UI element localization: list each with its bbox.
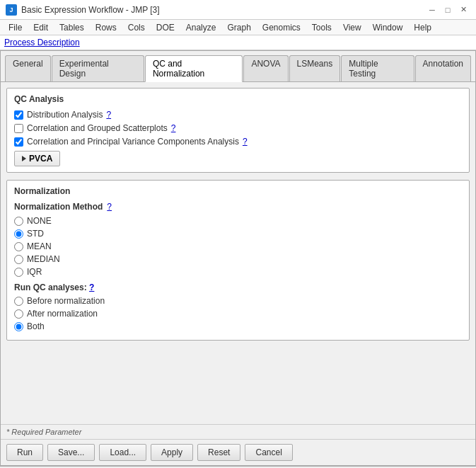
normalization-section: Normalization Normalization Method ? NON… [6,180,470,341]
tabs-bar: General Experimental Design QC and Norma… [1,51,475,82]
norm-none-row: NONE [14,216,462,226]
norm-median-label: MEDIAN [27,254,60,264]
maximize-button[interactable]: □ [441,4,455,16]
menu-bar: File Edit Tables Rows Cols DOE Analyze G… [0,20,476,35]
tab-anova[interactable]: ANOVA [243,55,288,81]
required-parameter-bar: * Required Parameter [1,424,475,439]
correlation-grouped-help[interactable]: ? [171,123,176,133]
minimize-button[interactable]: ─ [425,4,439,16]
menu-genomics[interactable]: Genomics [257,21,306,34]
after-normalization-label: After normalization [27,309,98,319]
window-title: Basic Expression Workflow - JMP [3] [21,5,160,15]
norm-mean-label: MEAN [27,241,52,251]
norm-std-radio[interactable] [14,229,23,239]
correlation-pvca-row: Correlation and Principal Variance Compo… [14,137,462,147]
both-label: Both [27,321,45,331]
reset-button[interactable]: Reset [197,444,240,461]
norm-iqr-row: IQR [14,267,462,277]
correlation-grouped-row: Correlation and Grouped Scatterplots ? [14,123,462,133]
norm-std-row: STD [14,229,462,239]
app-icon: J [6,4,17,16]
qc-analysis-section: QC Analysis Distribution Analysis ? Corr… [6,88,470,173]
norm-std-label: STD [27,229,44,239]
norm-none-label: NONE [27,216,52,226]
tab-multiple-testing[interactable]: Multiple Testing [341,55,414,81]
menu-edit[interactable]: Edit [28,21,54,34]
distribution-analysis-help[interactable]: ? [106,110,111,120]
main-window: General Experimental Design QC and Norma… [0,50,476,466]
norm-iqr-radio[interactable] [14,268,23,277]
norm-iqr-label: IQR [27,267,42,277]
run-qc-label: Run QC analyses: [14,282,87,292]
before-normalization-label: Before normalization [27,296,105,306]
button-bar: Run Save... Load... Apply Reset Cancel [1,439,475,465]
norm-median-row: MEDIAN [14,254,462,264]
tab-experimental-design[interactable]: Experimental Design [52,55,144,81]
menu-analyze[interactable]: Analyze [180,21,222,34]
load-button[interactable]: Load... [99,444,146,461]
after-norm-row: After normalization [14,309,462,319]
pvca-triangle-icon [22,156,26,161]
tab-annotation[interactable]: Annotation [415,55,471,81]
process-description-link[interactable]: Process Description [4,38,80,47]
correlation-pvca-checkbox[interactable] [14,137,23,147]
tab-general[interactable]: General [5,55,51,81]
normalization-method-label: Normalization Method [14,202,103,212]
run-button[interactable]: Run [6,444,43,461]
pvca-button[interactable]: PVCA [14,151,60,166]
normalization-method-row: Normalization Method ? [14,202,462,212]
menu-doe[interactable]: DOE [151,21,180,34]
menu-tools[interactable]: Tools [306,21,337,34]
after-normalization-radio[interactable] [14,309,23,319]
before-normalization-radio[interactable] [14,297,23,306]
both-norm-row: Both [14,321,462,331]
distribution-analysis-checkbox[interactable] [14,110,23,120]
menu-graph[interactable]: Graph [221,21,256,34]
content-area: QC Analysis Distribution Analysis ? Corr… [1,82,475,424]
tab-qc-normalization[interactable]: QC and Normalization [145,55,243,82]
before-norm-row: Before normalization [14,296,462,306]
menu-file[interactable]: File [3,21,28,34]
required-parameter-text: * Required Parameter [6,428,81,436]
close-button[interactable]: ✕ [456,4,470,16]
correlation-pvca-label: Correlation and Principal Variance Compo… [27,137,239,147]
both-radio[interactable] [14,322,23,331]
menu-window[interactable]: Window [367,21,409,34]
normalization-title: Normalization [14,186,462,196]
menu-help[interactable]: Help [408,21,437,34]
apply-button[interactable]: Apply [151,444,193,461]
run-qc-help[interactable]: ? [89,282,94,292]
title-bar: J Basic Expression Workflow - JMP [3] ─ … [0,0,476,20]
title-bar-left: J Basic Expression Workflow - JMP [3] [6,4,160,16]
window-controls: ─ □ ✕ [425,4,470,16]
pvca-label: PVCA [29,154,52,164]
tab-lsmeans[interactable]: LSMeans [289,55,341,81]
process-desc-bar: Process Description [0,35,476,50]
run-qc-label-row: Run QC analyses: ? [14,282,462,292]
menu-view[interactable]: View [337,21,367,34]
save-button[interactable]: Save... [47,444,95,461]
cancel-button[interactable]: Cancel [245,444,292,461]
correlation-grouped-label: Correlation and Grouped Scatterplots [27,123,168,133]
norm-mean-row: MEAN [14,241,462,251]
norm-median-radio[interactable] [14,255,23,264]
normalization-method-help[interactable]: ? [107,202,112,212]
distribution-analysis-label: Distribution Analysis [27,110,103,120]
qc-analysis-title: QC Analysis [14,94,462,104]
menu-rows[interactable]: Rows [90,21,122,34]
correlation-pvca-help[interactable]: ? [243,137,248,147]
correlation-grouped-checkbox[interactable] [14,124,23,133]
menu-cols[interactable]: Cols [122,21,151,34]
norm-mean-radio[interactable] [14,242,23,251]
norm-none-radio[interactable] [14,217,23,226]
menu-tables[interactable]: Tables [54,21,90,34]
distribution-analysis-row: Distribution Analysis ? [14,110,462,120]
